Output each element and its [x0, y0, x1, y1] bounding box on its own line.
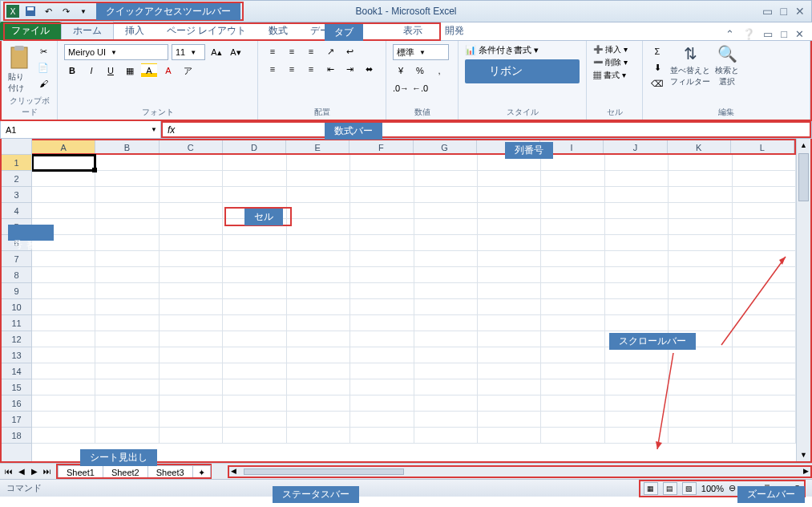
- cell-F18[interactable]: [350, 428, 414, 444]
- cell-E9[interactable]: [287, 283, 350, 299]
- cell-F15[interactable]: [350, 379, 414, 395]
- cell-I2[interactable]: [541, 171, 604, 187]
- cell-C5[interactable]: [160, 219, 223, 235]
- cell-G18[interactable]: [414, 428, 478, 444]
- row-header-5[interactable]: 5: [2, 219, 31, 235]
- cell-I18[interactable]: [541, 428, 604, 444]
- doc-close-icon[interactable]: ✕: [795, 28, 804, 40]
- cell-D10[interactable]: [223, 299, 286, 315]
- sheet-prev-icon[interactable]: ◀: [16, 467, 27, 476]
- cell-L6[interactable]: [733, 235, 796, 251]
- view-layout-icon[interactable]: ▤: [663, 482, 677, 495]
- cell-E10[interactable]: [287, 299, 350, 315]
- col-header-F[interactable]: F: [349, 140, 413, 153]
- cell-J6[interactable]: [605, 235, 669, 251]
- cell-J7[interactable]: [605, 251, 669, 267]
- row-header-11[interactable]: 11: [2, 315, 31, 331]
- cell-A9[interactable]: [32, 283, 95, 299]
- cell-J15[interactable]: [605, 379, 669, 395]
- cell-J14[interactable]: [605, 363, 669, 379]
- help-icon[interactable]: ❔: [742, 28, 755, 40]
- cell-L18[interactable]: [733, 428, 796, 444]
- cell-E1[interactable]: [287, 155, 350, 171]
- cell-K13[interactable]: [669, 347, 732, 363]
- cell-G7[interactable]: [414, 251, 478, 267]
- cell-A14[interactable]: [32, 363, 95, 379]
- font-name-combo[interactable]: Meiryo UI▼: [64, 44, 168, 60]
- cell-I5[interactable]: [541, 219, 604, 235]
- cell-I6[interactable]: [541, 235, 604, 251]
- cell-K6[interactable]: [669, 235, 732, 251]
- cell-H3[interactable]: [478, 187, 541, 203]
- cell-B13[interactable]: [95, 347, 159, 363]
- cell-D18[interactable]: [223, 428, 286, 444]
- cell-D8[interactable]: [223, 267, 286, 283]
- align-center-icon[interactable]: ≡: [284, 62, 300, 76]
- cell-F5[interactable]: [350, 219, 414, 235]
- cell-A5[interactable]: [32, 219, 95, 235]
- comma-icon[interactable]: ,: [431, 63, 447, 78]
- cell-D16[interactable]: [223, 395, 286, 412]
- cell-A6[interactable]: [32, 235, 95, 251]
- cell-F11[interactable]: [350, 315, 414, 331]
- cell-D13[interactable]: [223, 347, 286, 363]
- col-header-A[interactable]: A: [32, 140, 95, 153]
- cell-B14[interactable]: [95, 363, 159, 379]
- dec-decimal-icon[interactable]: ←.0: [412, 81, 428, 95]
- col-header-C[interactable]: C: [160, 140, 223, 153]
- name-box-input[interactable]: [1, 125, 81, 135]
- cell-J3[interactable]: [605, 187, 669, 203]
- cut-icon[interactable]: ✂: [35, 44, 51, 59]
- redo-icon[interactable]: ↷: [59, 4, 73, 18]
- cell-G17[interactable]: [414, 412, 478, 428]
- cell-L11[interactable]: [733, 315, 796, 331]
- hscroll-right-icon[interactable]: ▶: [803, 467, 809, 475]
- cell-L16[interactable]: [733, 395, 796, 412]
- row-header-12[interactable]: 12: [2, 331, 31, 347]
- cell-L5[interactable]: [733, 219, 796, 235]
- cell-C17[interactable]: [160, 412, 223, 428]
- select-all-corner[interactable]: [2, 139, 31, 155]
- cell-I3[interactable]: [541, 187, 604, 203]
- cell-H16[interactable]: [478, 395, 541, 412]
- name-box[interactable]: ▼: [1, 121, 161, 138]
- cell-C1[interactable]: [160, 155, 223, 171]
- cell-J11[interactable]: [605, 315, 669, 331]
- cell-F13[interactable]: [350, 347, 414, 363]
- cell-J13[interactable]: [605, 347, 669, 363]
- tab-view[interactable]: 表示: [392, 22, 434, 40]
- cell-F9[interactable]: [350, 283, 414, 299]
- cells-insert-button[interactable]: ➕ 挿入 ▾: [593, 44, 636, 55]
- cell-I14[interactable]: [541, 363, 604, 379]
- cell-K16[interactable]: [669, 395, 732, 412]
- cell-E7[interactable]: [287, 251, 350, 267]
- cond-format-button[interactable]: 📊 条件付き書式 ▾: [465, 44, 580, 56]
- cell-A18[interactable]: [32, 428, 95, 444]
- tab-home[interactable]: ホーム: [61, 21, 114, 40]
- cell-A16[interactable]: [32, 395, 95, 412]
- cell-H13[interactable]: [478, 347, 541, 363]
- sheet-tab-3[interactable]: Sheet3: [147, 465, 193, 477]
- cell-J12[interactable]: [605, 331, 669, 347]
- sort-filter-button[interactable]: ⇅ 並べ替えと フィルター: [670, 44, 710, 87]
- cell-A1[interactable]: [32, 155, 95, 171]
- italic-button[interactable]: I: [83, 63, 99, 78]
- cell-F12[interactable]: [350, 331, 414, 347]
- cell-J1[interactable]: [605, 155, 669, 171]
- tab-pagelayout[interactable]: ページ レイアウト: [156, 22, 257, 40]
- col-header-K[interactable]: K: [668, 140, 731, 153]
- scroll-up-icon[interactable]: ▲: [797, 139, 810, 152]
- cell-A4[interactable]: [32, 203, 95, 219]
- cell-D15[interactable]: [223, 379, 286, 395]
- cell-K15[interactable]: [669, 379, 732, 395]
- cell-J17[interactable]: [605, 412, 669, 428]
- minimize-icon[interactable]: ▭: [762, 5, 773, 18]
- cell-J5[interactable]: [605, 219, 669, 235]
- cell-E5[interactable]: [287, 219, 350, 235]
- cell-B11[interactable]: [95, 315, 159, 331]
- cell-L7[interactable]: [733, 251, 796, 267]
- cell-J9[interactable]: [605, 283, 669, 299]
- cell-I13[interactable]: [541, 347, 604, 363]
- cell-D6[interactable]: [223, 235, 286, 251]
- close-icon[interactable]: ✕: [795, 5, 805, 18]
